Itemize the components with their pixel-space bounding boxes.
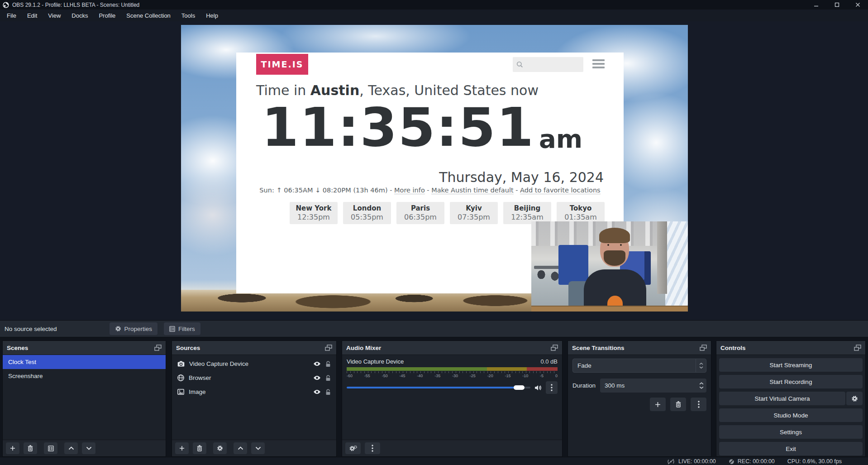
move-scene-down-button[interactable] bbox=[82, 442, 95, 454]
menu-docks[interactable]: Docks bbox=[66, 10, 93, 21]
search-input[interactable] bbox=[523, 61, 575, 68]
menu-profile[interactable]: Profile bbox=[93, 10, 121, 21]
search-box[interactable] bbox=[513, 57, 583, 72]
volume-slider[interactable] bbox=[347, 387, 530, 388]
globe-icon bbox=[177, 374, 184, 381]
webcam-overlay[interactable] bbox=[531, 221, 688, 312]
obs-logo-icon bbox=[3, 2, 9, 8]
clock-meridiem: am bbox=[539, 123, 582, 155]
move-source-up-button[interactable] bbox=[234, 442, 247, 454]
scenes-panel: Scenes Clock Test Screenshare bbox=[2, 340, 166, 457]
mixer-menu-button[interactable] bbox=[365, 442, 380, 454]
filters-button[interactable]: Filters bbox=[164, 322, 200, 335]
mixer-channel-menu-button[interactable] bbox=[546, 381, 558, 394]
move-scene-up-button[interactable] bbox=[64, 442, 78, 454]
source-row-image[interactable]: Image bbox=[172, 385, 336, 399]
live-timecode: LIVE: 00:00:00 bbox=[678, 458, 716, 465]
add-transition-button[interactable] bbox=[650, 398, 666, 411]
select-spinner[interactable] bbox=[696, 359, 706, 372]
desk-edge bbox=[531, 306, 688, 312]
more-info-link[interactable]: More info bbox=[394, 187, 425, 194]
menu-help[interactable]: Help bbox=[200, 10, 224, 21]
volume-meter bbox=[347, 367, 558, 371]
person-hair bbox=[599, 228, 630, 243]
lock-icon[interactable] bbox=[325, 389, 331, 395]
menu-edit[interactable]: Edit bbox=[22, 10, 43, 21]
duration-spinner[interactable] bbox=[696, 379, 706, 393]
start-recording-button[interactable]: Start Recording bbox=[719, 375, 863, 388]
add-source-button[interactable] bbox=[175, 442, 189, 454]
eye-icon[interactable] bbox=[313, 375, 321, 380]
sources-panel-title: Sources bbox=[176, 345, 200, 351]
eye-icon[interactable] bbox=[313, 361, 321, 366]
minimize-button[interactable] bbox=[806, 0, 826, 10]
menu-tools[interactable]: Tools bbox=[176, 10, 200, 21]
record-inactive-icon bbox=[729, 459, 734, 465]
preview-canvas[interactable]: TIME.IS Time in Austin, Texas, United St… bbox=[181, 25, 688, 312]
remove-source-button[interactable] bbox=[193, 442, 206, 454]
add-scene-button[interactable] bbox=[6, 442, 19, 454]
popout-dock-icon[interactable] bbox=[325, 345, 332, 351]
advanced-audio-button[interactable] bbox=[345, 442, 361, 454]
duration-value: 300 ms bbox=[600, 382, 696, 389]
scene-item-screenshare[interactable]: Screenshare bbox=[3, 369, 166, 383]
source-toolbar: No source selected Properties Filters bbox=[0, 320, 868, 337]
scene-item-clock-test[interactable]: Clock Test bbox=[3, 355, 166, 369]
filter-icon bbox=[169, 326, 175, 332]
exit-button[interactable]: Exit bbox=[719, 442, 863, 455]
move-source-down-button[interactable] bbox=[251, 442, 265, 454]
popout-dock-icon[interactable] bbox=[854, 345, 861, 351]
cpu-fps-stats: CPU: 0.6%, 30.00 fps bbox=[787, 458, 842, 465]
eye-icon[interactable] bbox=[313, 389, 321, 394]
transition-select[interactable]: Fade bbox=[572, 359, 706, 373]
dock-panels: Scenes Clock Test Screenshare Sources Vi… bbox=[0, 336, 868, 457]
volume-slider-handle[interactable] bbox=[514, 385, 525, 390]
properties-button[interactable]: Properties bbox=[110, 322, 158, 335]
popout-dock-icon[interactable] bbox=[154, 345, 162, 351]
virtual-camera-config-button[interactable] bbox=[846, 392, 863, 405]
maximize-button[interactable] bbox=[826, 0, 847, 10]
city-box-new-york[interactable]: New York12:35pm bbox=[290, 202, 338, 224]
sources-panel: Sources Video Capture Device Browser Ima… bbox=[172, 340, 337, 457]
stream-inactive-icon bbox=[667, 459, 675, 465]
status-bar: LIVE: 00:00:00 REC: 00:00:00 CPU: 0.6%, … bbox=[0, 457, 868, 465]
search-icon bbox=[516, 61, 523, 68]
popout-dock-icon[interactable] bbox=[551, 345, 558, 351]
transition-menu-button[interactable] bbox=[691, 398, 706, 411]
timeis-logo[interactable]: TIME.IS bbox=[256, 54, 308, 75]
speaker-icon[interactable] bbox=[534, 385, 542, 391]
remove-transition-button[interactable] bbox=[670, 398, 686, 411]
scene-filters-button[interactable] bbox=[44, 442, 57, 454]
city-box-paris[interactable]: Paris06:35pm bbox=[396, 202, 444, 224]
close-button[interactable] bbox=[847, 0, 868, 10]
scenes-panel-title: Scenes bbox=[7, 345, 28, 351]
source-row-browser[interactable]: Browser bbox=[172, 371, 336, 385]
office-window bbox=[665, 221, 688, 312]
city-box-kyiv[interactable]: Kyiv07:35pm bbox=[450, 202, 498, 224]
start-virtual-camera-button[interactable]: Start Virtual Camera bbox=[719, 392, 845, 405]
no-source-selected-label: No source selected bbox=[5, 326, 57, 332]
world-cities-row: New York12:35pm London05:35pm Paris06:35… bbox=[290, 202, 605, 224]
image-icon bbox=[177, 389, 184, 395]
make-default-link[interactable]: Make Austin time default bbox=[431, 187, 513, 194]
city-box-beijing[interactable]: Beijing12:35am bbox=[503, 202, 551, 224]
lock-icon[interactable] bbox=[325, 375, 331, 381]
source-properties-button[interactable] bbox=[213, 442, 227, 454]
menu-view[interactable]: View bbox=[43, 10, 66, 21]
gear-icon bbox=[115, 326, 121, 332]
menu-file[interactable]: File bbox=[1, 10, 22, 21]
add-favorite-link[interactable]: Add to favorite locations bbox=[520, 187, 601, 194]
city-box-tokyo[interactable]: Tokyo01:35am bbox=[557, 202, 605, 224]
remove-scene-button[interactable] bbox=[24, 442, 37, 454]
menu-scene-collection[interactable]: Scene Collection bbox=[121, 10, 176, 21]
start-streaming-button[interactable]: Start Streaming bbox=[719, 358, 863, 372]
scene-transitions-panel-title: Scene Transitions bbox=[572, 345, 625, 351]
duration-spinbox[interactable]: 300 ms bbox=[600, 379, 706, 393]
hamburger-menu-icon[interactable] bbox=[592, 59, 605, 68]
city-box-london[interactable]: London05:35pm bbox=[343, 202, 391, 224]
lock-icon[interactable] bbox=[325, 361, 331, 367]
source-row-video-capture[interactable]: Video Capture Device bbox=[172, 357, 336, 371]
popout-dock-icon[interactable] bbox=[700, 345, 707, 351]
settings-button[interactable]: Settings bbox=[719, 425, 863, 439]
studio-mode-button[interactable]: Studio Mode bbox=[719, 408, 863, 422]
